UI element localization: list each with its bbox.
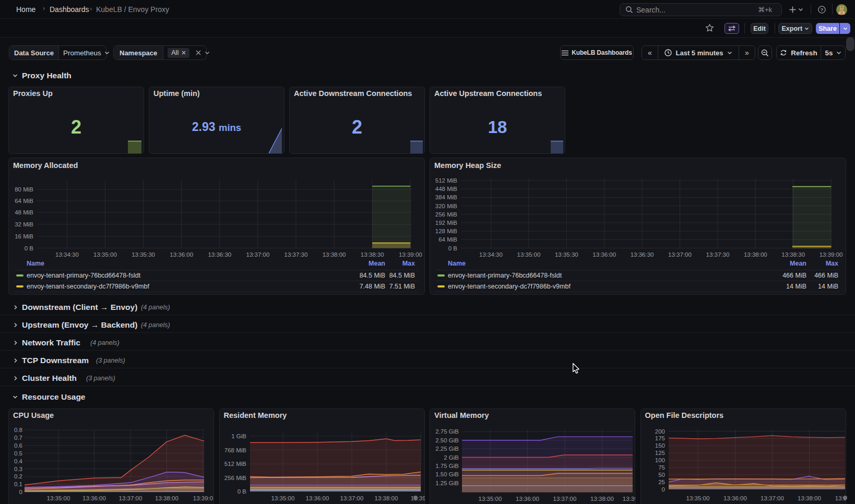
svg-text:320 MiB: 320 MiB (435, 203, 458, 209)
svg-text:13:38:00: 13:38:00 (155, 495, 179, 501)
svg-text:13:38:00: 13:38:00 (323, 251, 346, 258)
svg-text:13:38:00: 13:38:00 (798, 495, 821, 501)
svg-text:0.5: 0.5 (14, 450, 22, 457)
svg-text:512 MiB: 512 MiB (224, 461, 246, 467)
svg-text:2.50 GiB: 2.50 GiB (435, 437, 459, 443)
svg-text:64 MiB: 64 MiB (15, 198, 33, 204)
svg-text:13:36:30: 13:36:30 (631, 251, 654, 258)
svg-text:13:35:30: 13:35:30 (132, 251, 155, 258)
svg-text:13:37:00: 13:37:00 (761, 495, 784, 501)
svg-text:0.6: 0.6 (14, 442, 22, 449)
svg-text:13:36:00: 13:36:00 (723, 495, 747, 501)
svg-text:13:38:30: 13:38:30 (781, 251, 805, 258)
svg-text:0.7: 0.7 (14, 435, 22, 441)
svg-text:256 MiB: 256 MiB (224, 475, 246, 481)
svg-text:50: 50 (658, 472, 665, 478)
svg-text:384 MiB: 384 MiB (435, 194, 458, 200)
svg-text:48 MiB: 48 MiB (15, 209, 33, 215)
svg-text:0 B: 0 B (25, 245, 34, 251)
svg-text:200: 200 (655, 428, 664, 435)
svg-text:13:39:0: 13:39:0 (410, 495, 424, 501)
svg-text:13:36:30: 13:36:30 (208, 251, 231, 258)
svg-text:75: 75 (658, 464, 665, 471)
svg-text:13:35:00: 13:35:00 (47, 495, 70, 501)
svg-text:80 MiB: 80 MiB (15, 186, 33, 193)
svg-text:13:36:00: 13:36:00 (82, 495, 106, 501)
svg-text:192 MiB: 192 MiB (435, 220, 458, 226)
svg-text:13:36:00: 13:36:00 (516, 496, 539, 502)
svg-text:13:39:00: 13:39:00 (820, 251, 843, 258)
svg-text:0.2: 0.2 (14, 473, 22, 479)
svg-text:13:38:00: 13:38:00 (590, 496, 614, 502)
svg-text:175: 175 (655, 435, 664, 441)
svg-text:512 MiB: 512 MiB (435, 177, 458, 184)
svg-text:13:38:00: 13:38:00 (374, 495, 398, 501)
svg-text:13:35:00: 13:35:00 (686, 495, 709, 501)
svg-text:2.75 GiB: 2.75 GiB (435, 428, 459, 435)
svg-text:13:35:00: 13:35:00 (517, 251, 541, 258)
svg-text:13:35:00: 13:35:00 (271, 495, 294, 501)
svg-text:13:39:0: 13:39:0 (193, 495, 213, 501)
svg-text:1.25 GiB: 1.25 GiB (435, 480, 459, 486)
svg-text:1 GiB: 1 GiB (231, 433, 246, 439)
svg-text:64 MiB: 64 MiB (438, 236, 457, 243)
svg-text:100: 100 (655, 457, 664, 463)
svg-text:0: 0 (661, 486, 664, 493)
svg-text:?: ? (821, 7, 823, 13)
svg-text:13:38:00: 13:38:00 (744, 251, 767, 258)
svg-text:1.75 GiB: 1.75 GiB (435, 463, 459, 469)
svg-text:448 MiB: 448 MiB (435, 186, 458, 192)
svg-text:150: 150 (655, 442, 664, 449)
svg-text:13:36:00: 13:36:00 (170, 251, 193, 258)
svg-text:13:37:30: 13:37:30 (284, 251, 308, 258)
svg-text:13:35:00: 13:35:00 (479, 496, 502, 502)
svg-text:13:37:00: 13:37:00 (340, 495, 363, 501)
svg-text:13:37:00: 13:37:00 (246, 251, 270, 258)
svg-text:0.3: 0.3 (14, 466, 22, 472)
svg-text:768 MiB: 768 MiB (224, 447, 246, 453)
svg-text:13:36:00: 13:36:00 (305, 495, 329, 501)
svg-text:16 MiB: 16 MiB (15, 233, 33, 239)
svg-text:25: 25 (658, 479, 665, 485)
svg-text:0.8: 0.8 (14, 427, 22, 433)
svg-text:128 MiB: 128 MiB (435, 228, 458, 234)
svg-text:13:34:30: 13:34:30 (479, 251, 503, 258)
svg-text:13:35:30: 13:35:30 (555, 251, 578, 258)
svg-text:13:38:30: 13:38:30 (361, 251, 384, 258)
svg-text:125: 125 (655, 450, 664, 456)
svg-text:13:37:00: 13:37:00 (553, 496, 577, 502)
svg-text:0: 0 (19, 489, 22, 495)
svg-text:13:39:00: 13:39:00 (399, 251, 422, 258)
svg-text:13:39:0: 13:39:0 (623, 496, 635, 502)
svg-text:0 B: 0 B (237, 488, 246, 495)
svg-text:13:36:00: 13:36:00 (592, 251, 616, 258)
svg-text:0 B: 0 B (448, 245, 458, 251)
svg-text:32 MiB: 32 MiB (15, 221, 33, 227)
svg-text:0.4: 0.4 (14, 458, 23, 464)
svg-text:256 MiB: 256 MiB (435, 211, 458, 218)
svg-text:13:37:30: 13:37:30 (706, 251, 730, 258)
svg-text:13:37:00: 13:37:00 (119, 495, 142, 501)
svg-text:13:34:30: 13:34:30 (55, 251, 79, 258)
svg-text:1.50 GiB: 1.50 GiB (435, 471, 459, 477)
svg-text:2.25 GiB: 2.25 GiB (435, 446, 459, 452)
svg-text:0.1: 0.1 (14, 481, 22, 487)
svg-text:2 GiB: 2 GiB (444, 454, 459, 461)
svg-text:13:35:00: 13:35:00 (93, 251, 117, 258)
svg-text:13:37:00: 13:37:00 (668, 251, 692, 258)
